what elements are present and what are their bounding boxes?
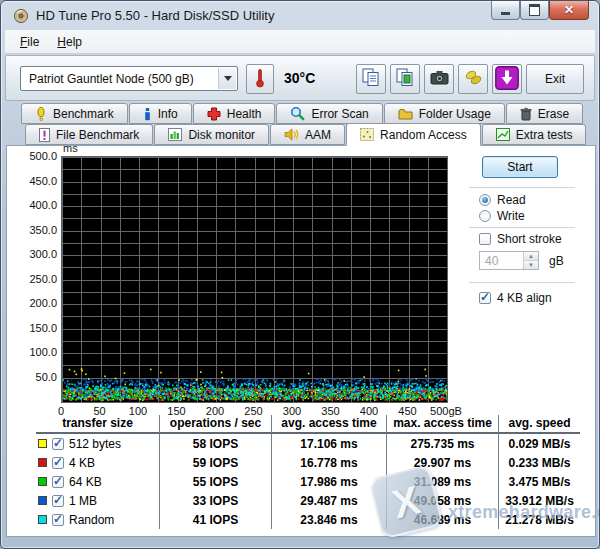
tab-random-access[interactable]: Random Access bbox=[346, 123, 481, 146]
short-stroke-unit-label: gB bbox=[549, 254, 564, 268]
write-radio[interactable]: Write bbox=[479, 209, 525, 223]
series-checkbox[interactable] bbox=[52, 438, 64, 450]
copy-text-icon bbox=[362, 68, 380, 90]
iops-value: 55 IOPS bbox=[159, 472, 271, 491]
tab-folder-usage[interactable]: Folder Usage bbox=[384, 103, 505, 124]
table-header-transfer-size: transfer size bbox=[36, 415, 159, 434]
tab-label: Extra tests bbox=[516, 128, 573, 142]
close-icon[interactable] bbox=[549, 1, 589, 20]
tab-health[interactable]: Health bbox=[193, 103, 276, 124]
temperature-button[interactable] bbox=[246, 64, 274, 94]
max-access-value: 49.058 ms bbox=[386, 491, 498, 510]
menu-item-help[interactable]: Help bbox=[48, 32, 91, 52]
checkbox-icon bbox=[479, 292, 491, 304]
tab-label: AAM bbox=[305, 128, 331, 142]
tab-row-1: BenchmarkInfoHealthError ScanFolder Usag… bbox=[21, 103, 584, 124]
series-color-swatch bbox=[38, 496, 47, 505]
series-checkbox[interactable] bbox=[52, 514, 64, 526]
series-checkbox[interactable] bbox=[52, 457, 64, 469]
avg-access-value: 17.986 ms bbox=[271, 472, 386, 491]
tab-benchmark[interactable]: Benchmark bbox=[21, 103, 128, 124]
series-color-swatch bbox=[38, 439, 47, 448]
results-table: transfer sizeoperations / secavg. access… bbox=[36, 415, 580, 529]
donate-button[interactable] bbox=[458, 64, 488, 94]
table-header-avg-access-time: avg. access time bbox=[271, 415, 386, 434]
y-axis-tick: 150.0 bbox=[15, 322, 57, 334]
app-icon bbox=[13, 8, 29, 24]
short-stroke-checkbox[interactable]: Short stroke bbox=[479, 232, 562, 246]
speaker-icon bbox=[284, 128, 299, 141]
drive-select[interactable]: Patriot Gauntlet Node (500 gB) bbox=[20, 66, 238, 91]
tab-erase[interactable]: Erase bbox=[506, 103, 583, 124]
table-header-avg-speed: avg. speed bbox=[498, 415, 580, 434]
copy-text-button[interactable] bbox=[356, 64, 386, 94]
tab-label: Disk monitor bbox=[188, 128, 255, 142]
avg-speed-value: 21.278 MB/s bbox=[498, 510, 580, 529]
stepper-arrows[interactable]: ▲▼ bbox=[523, 252, 538, 269]
update-download-button[interactable] bbox=[492, 64, 522, 94]
y-axis-tick: 200.0 bbox=[15, 297, 57, 309]
max-access-value: 46.689 ms bbox=[386, 510, 498, 529]
y-axis-tick: 450.0 bbox=[15, 175, 57, 187]
minimize-icon[interactable] bbox=[491, 1, 520, 20]
tab-disk-monitor[interactable]: Disk monitor bbox=[154, 124, 269, 145]
y-axis-tick: 50.0 bbox=[15, 371, 57, 383]
screenshot-button[interactable] bbox=[424, 64, 454, 94]
copy-image-button[interactable] bbox=[390, 64, 420, 94]
separator bbox=[469, 187, 575, 189]
tab-label: Erase bbox=[538, 107, 569, 121]
y-axis-tick: 500.0 bbox=[15, 150, 57, 162]
erase-icon bbox=[520, 107, 532, 121]
series-checkbox[interactable] bbox=[52, 476, 64, 488]
avg-access-value: 29.487 ms bbox=[271, 491, 386, 510]
drive-select-value: Patriot Gauntlet Node (500 gB) bbox=[29, 72, 194, 86]
chevron-down-icon bbox=[218, 68, 236, 89]
series-color-swatch bbox=[38, 515, 47, 524]
info-icon bbox=[143, 107, 152, 121]
avg-speed-value: 33.912 MB/s bbox=[498, 491, 580, 510]
exit-button[interactable]: Exit bbox=[526, 64, 584, 94]
tab-info[interactable]: Info bbox=[129, 103, 192, 124]
y-axis-tick: 300.0 bbox=[15, 248, 57, 260]
health-icon bbox=[207, 107, 221, 121]
iops-value: 41 IOPS bbox=[159, 510, 271, 529]
iops-value: 33 IOPS bbox=[159, 491, 271, 510]
start-button[interactable]: Start bbox=[482, 156, 558, 178]
max-access-value: 31.089 ms bbox=[386, 472, 498, 491]
short-stroke-size-value: 40 bbox=[480, 252, 523, 269]
random-access-chart bbox=[61, 156, 448, 403]
menu-bar: FileHelp bbox=[5, 30, 595, 54]
benchmark-icon bbox=[35, 107, 47, 121]
disk-monitor-icon bbox=[168, 128, 182, 141]
separator bbox=[469, 227, 575, 229]
transfer-size-label: Random bbox=[69, 513, 114, 527]
avg-access-value: 23.846 ms bbox=[271, 510, 386, 529]
align-checkbox[interactable]: 4 KB align bbox=[479, 291, 552, 305]
menu-item-file[interactable]: File bbox=[11, 32, 48, 52]
read-radio[interactable]: Read bbox=[479, 193, 526, 207]
tab-file-benchmark[interactable]: File Benchmark bbox=[25, 124, 153, 145]
series-checkbox[interactable] bbox=[52, 495, 64, 507]
iops-value: 59 IOPS bbox=[159, 453, 271, 472]
y-axis-tick: 100.0 bbox=[15, 346, 57, 358]
tab-label: Error Scan bbox=[311, 107, 368, 121]
radio-icon bbox=[479, 210, 491, 222]
checkbox-icon bbox=[479, 233, 491, 245]
radio-icon bbox=[479, 194, 491, 206]
avg-speed-value: 3.475 MB/s bbox=[498, 472, 580, 491]
tab-extra-tests[interactable]: Extra tests bbox=[482, 124, 587, 145]
short-stroke-size-stepper[interactable]: 40 ▲▼ bbox=[479, 251, 539, 270]
tab-error-scan[interactable]: Error Scan bbox=[276, 103, 382, 124]
tab-row-2: File BenchmarkDisk monitorAAMRandom Acce… bbox=[25, 124, 587, 146]
extra-tests-icon bbox=[496, 128, 510, 141]
maximize-icon[interactable] bbox=[520, 1, 549, 20]
tab-aam[interactable]: AAM bbox=[270, 124, 345, 145]
series-color-swatch bbox=[38, 477, 47, 486]
table-row-label: Random bbox=[36, 510, 159, 529]
titlebar[interactable]: HD Tune Pro 5.50 - Hard Disk/SSD Utility bbox=[1, 1, 599, 30]
max-access-value: 29.907 ms bbox=[386, 453, 498, 472]
y-axis-tick: 250.0 bbox=[15, 273, 57, 285]
table-row-label: 64 KB bbox=[36, 472, 159, 491]
toolbar: Patriot Gauntlet Node (500 gB) 30°C Exit bbox=[5, 55, 595, 101]
max-access-value: 275.735 ms bbox=[386, 434, 498, 453]
